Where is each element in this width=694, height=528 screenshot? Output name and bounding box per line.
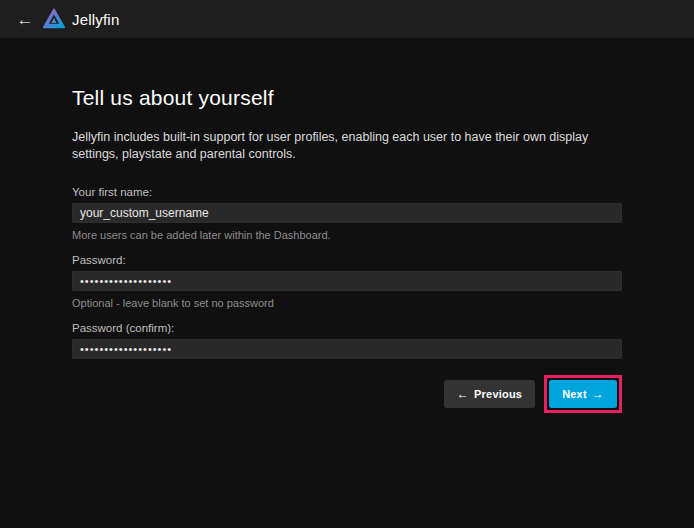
setup-wizard-user-page: Tell us about yourself Jellyfin includes… [0,38,694,413]
next-button[interactable]: Next → [549,380,617,408]
logo-text: Jellyfin [72,11,119,28]
password-field-group: Password: Optional - leave blank to set … [72,254,622,309]
username-helper-text: More users can be added later within the… [72,229,622,241]
previous-button-label: Previous [474,388,522,400]
annotation-highlight-box: Next → [544,375,622,413]
wizard-buttons-row: ← Previous Next → [72,375,622,413]
password-confirm-input[interactable] [72,339,622,359]
password-helper-text: Optional - leave blank to set no passwor… [72,297,622,309]
password-confirm-field-group: Password (confirm): [72,322,622,359]
username-input[interactable] [72,203,622,223]
password-input[interactable] [72,271,622,291]
arrow-left-icon: ← [17,11,34,28]
page-description: Jellyfin includes built-in support for u… [72,129,622,163]
username-label: Your first name: [72,186,622,198]
jellyfin-logo[interactable]: Jellyfin [43,8,119,30]
back-button[interactable]: ← [12,6,38,32]
app-header: ← Jellyfin [0,0,694,38]
previous-button[interactable]: ← Previous [444,380,535,408]
password-confirm-label: Password (confirm): [72,322,622,334]
arrow-right-icon: → [592,387,604,401]
next-button-label: Next [562,388,587,400]
jellyfin-logo-icon [43,8,65,30]
page-title: Tell us about yourself [72,86,622,110]
username-field-group: Your first name: More users can be added… [72,186,622,241]
password-label: Password: [72,254,622,266]
arrow-left-icon: ← [457,387,469,401]
user-profile-form: Your first name: More users can be added… [72,186,622,413]
